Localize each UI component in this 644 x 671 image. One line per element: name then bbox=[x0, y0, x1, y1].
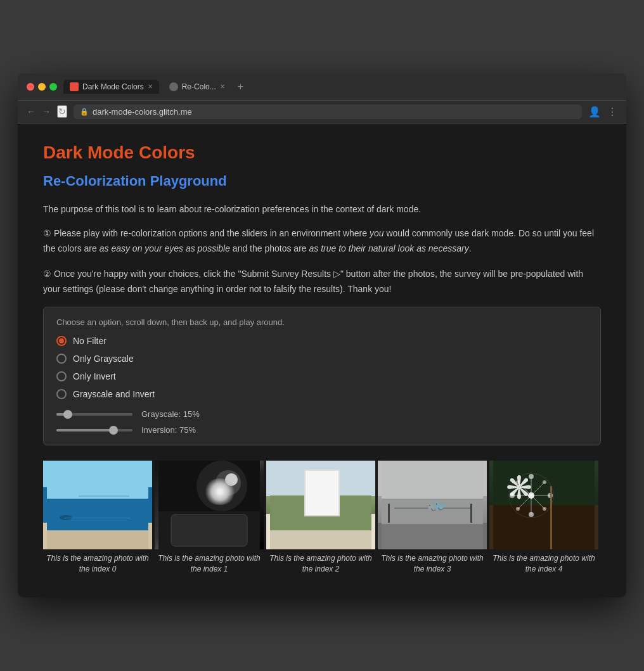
maximize-button[interactable] bbox=[49, 83, 57, 91]
photo-item-0: This is the amazing photo with the index… bbox=[43, 461, 152, 578]
photo-item-3: 🐦 This is the amazing photo with the ind… bbox=[378, 461, 487, 578]
address-actions: 👤 ⋮ bbox=[588, 106, 617, 118]
svg-rect-10 bbox=[171, 514, 247, 546]
traffic-lights bbox=[27, 83, 57, 91]
browser-window: Dark Mode Colors ✕ Re-Colo... ✕ + ← → ↻ … bbox=[18, 73, 626, 598]
inversion-thumb[interactable] bbox=[109, 426, 118, 435]
photo-caption-0: This is the amazing photo with the index… bbox=[43, 549, 152, 578]
address-bar: ← → ↻ 🔒 dark-mode-colors.glitch.me 👤 ⋮ bbox=[18, 101, 626, 124]
tab-recolor[interactable]: Re-Colo... ✕ bbox=[163, 80, 231, 94]
grayscale-thumb[interactable] bbox=[63, 410, 72, 419]
radio-label-2: Only Invert bbox=[73, 371, 116, 381]
photo-item-4: This is the amazing photo with the index… bbox=[489, 461, 598, 578]
photo-image-1 bbox=[155, 461, 264, 549]
url-text: dark-mode-colors.glitch.me bbox=[93, 107, 192, 117]
svg-rect-21 bbox=[382, 524, 483, 549]
svg-rect-20 bbox=[382, 499, 483, 524]
tab-close-0[interactable]: ✕ bbox=[148, 83, 153, 90]
svg-point-38 bbox=[529, 474, 534, 479]
instruction-1-true: as true to their natural look as necessa… bbox=[309, 243, 469, 253]
svg-rect-1 bbox=[47, 499, 148, 530]
radio-circle-2 bbox=[56, 371, 67, 381]
tab-dark-mode-colors[interactable]: Dark Mode Colors ✕ bbox=[63, 80, 159, 94]
svg-rect-46 bbox=[550, 486, 552, 549]
page-content: Dark Mode Colors Re-Colorization Playgro… bbox=[18, 124, 626, 598]
inversion-slider-row: Inversion: 75% bbox=[56, 425, 588, 435]
new-tab-button[interactable]: + bbox=[235, 81, 246, 93]
radio-label-0: No Filter bbox=[73, 336, 106, 346]
svg-rect-15 bbox=[311, 473, 330, 486]
svg-line-37 bbox=[518, 482, 531, 495]
photo-caption-2: This is the amazing photo with the index… bbox=[266, 549, 375, 578]
inversion-label: Inversion: 75% bbox=[141, 425, 196, 435]
svg-rect-11 bbox=[270, 461, 371, 495]
instruction-1-end: . bbox=[469, 243, 472, 253]
grayscale-slider-row: Grayscale: 15% bbox=[56, 409, 588, 419]
svg-rect-13 bbox=[270, 530, 371, 549]
url-bar[interactable]: 🔒 dark-mode-colors.glitch.me bbox=[74, 105, 582, 119]
radio-grayscale-invert[interactable]: Grayscale and Invert bbox=[56, 389, 588, 399]
svg-rect-4 bbox=[79, 495, 129, 497]
tab-label-0: Dark Mode Colors bbox=[82, 82, 144, 91]
svg-point-44 bbox=[510, 493, 515, 498]
svg-point-3 bbox=[60, 515, 72, 520]
lock-icon: 🔒 bbox=[80, 108, 89, 116]
instruction-1-easy: as easy on your eyes as possible bbox=[100, 243, 230, 253]
svg-point-43 bbox=[516, 507, 520, 511]
svg-rect-19 bbox=[382, 461, 483, 499]
photo-item-2: This is the amazing photo with the index… bbox=[266, 461, 375, 578]
photo-image-4 bbox=[489, 461, 598, 549]
svg-rect-24 bbox=[388, 504, 390, 523]
instruction-2: ② Once you're happy with your choices, c… bbox=[43, 267, 601, 297]
svg-point-41 bbox=[543, 507, 546, 511]
svg-rect-25 bbox=[470, 504, 472, 523]
intro-paragraph: The purpose of this tool is to learn abo… bbox=[43, 202, 601, 216]
radio-no-filter[interactable]: No Filter bbox=[56, 336, 588, 346]
page-title: Dark Mode Colors bbox=[43, 143, 601, 163]
instruction-1-you: you bbox=[370, 228, 384, 238]
radio-label-3: Grayscale and Invert bbox=[73, 389, 155, 399]
tab-favicon-1 bbox=[169, 82, 178, 91]
photo-caption-4: This is the amazing photo with the index… bbox=[489, 549, 598, 578]
instruction-1-prefix: ① Please play with re-colorization optio… bbox=[43, 228, 370, 238]
menu-icon[interactable]: ⋮ bbox=[607, 106, 617, 118]
photo-image-3: 🐦 bbox=[378, 461, 487, 549]
controls-box: Choose an option, scroll down, then back… bbox=[43, 307, 601, 445]
radio-circle-3 bbox=[56, 389, 67, 399]
tab-bar: Dark Mode Colors ✕ Re-Colo... ✕ + bbox=[63, 80, 617, 94]
close-button[interactable] bbox=[27, 83, 34, 91]
svg-rect-27 bbox=[493, 505, 595, 549]
photo-item-1: This is the amazing photo with the index… bbox=[155, 461, 264, 578]
controls-hint: Choose an option, scroll down, then back… bbox=[56, 317, 588, 327]
svg-rect-14 bbox=[305, 470, 337, 514]
grayscale-slider[interactable] bbox=[56, 413, 132, 416]
svg-point-7 bbox=[216, 470, 241, 495]
svg-rect-2 bbox=[47, 530, 148, 549]
forward-button[interactable]: → bbox=[42, 106, 51, 117]
slider-group: Grayscale: 15% Inversion: 75% bbox=[56, 409, 588, 435]
svg-rect-12 bbox=[270, 495, 371, 530]
svg-point-39 bbox=[543, 480, 546, 484]
tab-close-1[interactable]: ✕ bbox=[220, 83, 225, 90]
grayscale-label: Grayscale: 15% bbox=[141, 409, 200, 419]
photos-grid: This is the amazing photo with the index… bbox=[43, 461, 601, 578]
inversion-slider[interactable] bbox=[56, 429, 132, 431]
instruction-1: ① Please play with re-colorization optio… bbox=[43, 226, 601, 257]
page-subtitle: Re-Colorization Playground bbox=[43, 173, 601, 189]
filter-radio-group: No Filter Only Grayscale Only Invert Gra… bbox=[56, 336, 588, 399]
radio-circle-1 bbox=[56, 354, 67, 364]
radio-circle-0 bbox=[56, 336, 67, 346]
tab-label-1: Re-Colo... bbox=[182, 82, 216, 91]
minimize-button[interactable] bbox=[38, 83, 46, 91]
account-icon[interactable]: 👤 bbox=[588, 106, 601, 118]
radio-label-1: Only Grayscale bbox=[73, 354, 134, 364]
photo-caption-1: This is the amazing photo with the index… bbox=[155, 549, 264, 578]
reload-button[interactable]: ↻ bbox=[57, 105, 67, 118]
tab-favicon-0 bbox=[70, 82, 79, 91]
back-button[interactable]: ← bbox=[27, 106, 35, 117]
svg-point-8 bbox=[225, 473, 238, 486]
photo-caption-3: This is the amazing photo with the index… bbox=[378, 549, 487, 578]
radio-only-invert[interactable]: Only Invert bbox=[56, 371, 588, 381]
radio-only-grayscale[interactable]: Only Grayscale bbox=[56, 354, 588, 364]
title-bar: Dark Mode Colors ✕ Re-Colo... ✕ + bbox=[18, 73, 626, 101]
